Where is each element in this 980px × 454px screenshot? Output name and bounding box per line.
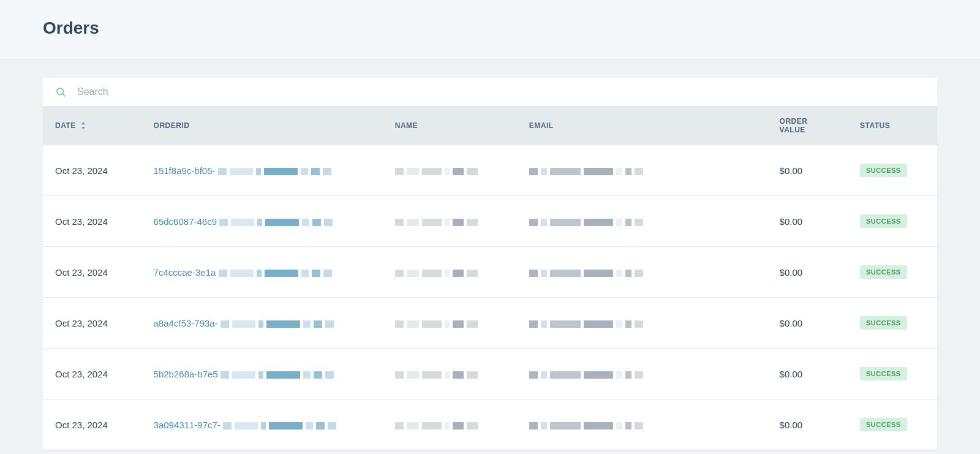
- cell-orderid[interactable]: 151f8a9c-bf05-: [141, 145, 383, 196]
- status-badge: SUCCESS: [860, 418, 907, 431]
- cell-status: SUCCESS: [848, 145, 937, 196]
- page-header: Orders: [0, 0, 980, 59]
- redacted-email: [529, 320, 643, 328]
- cell-email: [517, 196, 767, 247]
- cell-date: Oct 23, 2024: [43, 298, 141, 349]
- cell-date: Oct 23, 2024: [43, 349, 141, 399]
- status-badge: SUCCESS: [860, 316, 907, 330]
- cell-name: [383, 298, 517, 349]
- order-id-link[interactable]: 7c4cccae-3e1a: [154, 267, 216, 278]
- cell-status: SUCCESS: [848, 399, 937, 450]
- order-id-link[interactable]: a8a4cf53-793a-: [154, 318, 218, 328]
- cell-email: [517, 399, 767, 450]
- table-header-row: DATE ORDERID NAME EMAIL ORDER VALU: [43, 106, 937, 145]
- cell-name: [383, 247, 517, 298]
- orders-card: DATE ORDERID NAME EMAIL ORDER VALU: [43, 78, 937, 450]
- cell-email: [517, 145, 767, 196]
- cell-date: Oct 23, 2024: [43, 145, 141, 196]
- cell-value: $0.00: [767, 399, 848, 450]
- status-badge: SUCCESS: [860, 265, 907, 279]
- page-title: Orders: [43, 18, 937, 38]
- column-header-date-label: DATE: [55, 121, 76, 130]
- redacted-email: [529, 371, 643, 379]
- cell-value: $0.00: [767, 196, 848, 247]
- orders-table: DATE ORDERID NAME EMAIL ORDER VALU: [43, 106, 937, 450]
- redacted-orderid-suffix: [221, 320, 334, 328]
- search-input[interactable]: [77, 86, 925, 97]
- cell-status: SUCCESS: [848, 196, 937, 247]
- cell-name: [383, 196, 517, 247]
- cell-orderid[interactable]: 3a094311-97c7-: [141, 399, 383, 450]
- order-id-link[interactable]: 3a094311-97c7-: [154, 420, 221, 430]
- column-header-name[interactable]: NAME: [383, 106, 517, 145]
- cell-value: $0.00: [767, 349, 848, 399]
- cell-status: SUCCESS: [848, 247, 937, 298]
- status-badge: SUCCESS: [860, 214, 907, 228]
- cell-orderid[interactable]: 5b2b268a-b7e5: [141, 349, 383, 399]
- redacted-email: [529, 168, 643, 175]
- cell-name: [383, 399, 517, 450]
- redacted-orderid-suffix: [218, 168, 331, 175]
- content-area: DATE ORDERID NAME EMAIL ORDER VALU: [0, 59, 980, 454]
- redacted-email: [529, 422, 643, 429]
- cell-name: [383, 145, 517, 196]
- cell-orderid[interactable]: a8a4cf53-793a-: [141, 298, 383, 349]
- table-row: Oct 23, 202465dc6087-46c9 $0.00SUCCESS: [43, 196, 937, 247]
- cell-date: Oct 23, 2024: [43, 196, 141, 247]
- redacted-orderid-suffix: [221, 371, 334, 379]
- table-row: Oct 23, 20247c4cccae-3e1a $0.00SUCCESS: [43, 247, 937, 298]
- redacted-name: [395, 320, 478, 328]
- redacted-email: [529, 270, 643, 277]
- cell-email: [517, 349, 767, 399]
- table-row: Oct 23, 20245b2b268a-b7e5 $0.00SUCCESS: [43, 349, 937, 399]
- search-bar: [43, 78, 937, 106]
- cell-status: SUCCESS: [848, 298, 937, 349]
- redacted-orderid-suffix: [219, 270, 332, 277]
- cell-value: $0.00: [767, 145, 848, 196]
- cell-value: $0.00: [767, 247, 848, 298]
- cell-email: [517, 298, 767, 349]
- cell-status: SUCCESS: [848, 349, 937, 399]
- redacted-orderid-suffix: [223, 422, 336, 429]
- redacted-name: [395, 270, 478, 277]
- cell-orderid[interactable]: 65dc6087-46c9: [141, 196, 383, 247]
- redacted-name: [395, 422, 478, 429]
- sort-icon: [81, 122, 86, 129]
- cell-orderid[interactable]: 7c4cccae-3e1a: [141, 247, 383, 298]
- table-row: Oct 23, 2024151f8a9c-bf05- $0.00SUCCESS: [43, 145, 937, 196]
- order-id-link[interactable]: 5b2b268a-b7e5: [154, 369, 218, 379]
- column-header-orderid[interactable]: ORDERID: [141, 106, 383, 145]
- table-row: Oct 23, 20243a094311-97c7- $0.00SUCCESS: [43, 399, 937, 450]
- column-header-date[interactable]: DATE: [43, 106, 141, 145]
- cell-email: [517, 247, 767, 298]
- search-icon: [55, 86, 66, 97]
- cell-date: Oct 23, 2024: [43, 247, 141, 298]
- column-header-value[interactable]: ORDER VALUE: [767, 106, 848, 145]
- redacted-name: [395, 371, 478, 379]
- cell-name: [383, 349, 517, 399]
- status-badge: SUCCESS: [860, 367, 907, 380]
- redacted-name: [395, 219, 478, 226]
- redacted-name: [395, 168, 478, 175]
- column-header-email[interactable]: EMAIL: [517, 106, 767, 145]
- order-id-link[interactable]: 151f8a9c-bf05-: [154, 165, 216, 176]
- status-badge: SUCCESS: [860, 164, 907, 177]
- table-row: Oct 23, 2024a8a4cf53-793a- $0.00SUCCESS: [43, 298, 937, 349]
- svg-line-1: [62, 94, 64, 96]
- cell-value: $0.00: [767, 298, 848, 349]
- column-header-status[interactable]: STATUS: [848, 106, 937, 145]
- cell-date: Oct 23, 2024: [43, 399, 141, 450]
- redacted-orderid-suffix: [219, 219, 333, 226]
- order-id-link[interactable]: 65dc6087-46c9: [154, 216, 217, 227]
- redacted-email: [529, 219, 643, 226]
